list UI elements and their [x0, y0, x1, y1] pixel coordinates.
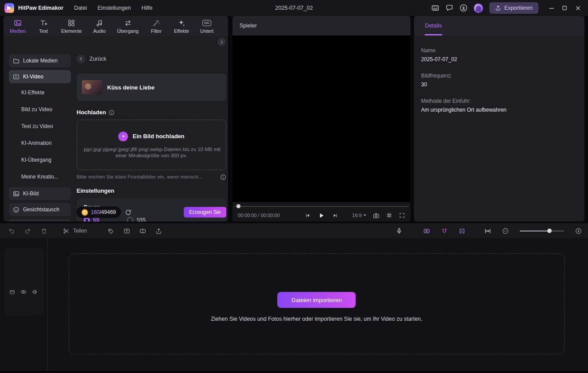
app-logo-icon — [4, 3, 14, 13]
timeline-dropzone[interactable]: Dateien importieren Ziehen Sie Videos un… — [69, 253, 565, 354]
sidebar-item-meine-kreationen[interactable]: Meine Kreatio... — [9, 170, 71, 183]
tab-text[interactable]: Text — [36, 19, 51, 34]
sidebar-item-ki-video[interactable]: KI-Video — [9, 70, 71, 83]
mute-speaker-icon[interactable] — [32, 289, 38, 295]
redo-icon[interactable] — [24, 227, 31, 234]
keyframe-icon[interactable] — [423, 228, 430, 234]
menu-datei[interactable]: Datei — [74, 5, 87, 11]
magnet-icon[interactable] — [441, 228, 448, 234]
credits-total: /49469 — [100, 209, 116, 215]
seek-knob[interactable] — [236, 204, 240, 208]
sidebar-item-text-zu-video[interactable]: Text zu Video — [9, 120, 71, 133]
tabs-more-chevron-icon[interactable] — [217, 38, 226, 46]
fit-timeline-icon[interactable] — [484, 228, 491, 234]
delete-trash-icon[interactable] — [41, 228, 47, 234]
time-display: 00:00:00 / 00:00:00 — [238, 213, 280, 218]
download-icon[interactable] — [460, 4, 468, 12]
back-button[interactable]: Zurück — [77, 54, 226, 64]
aspect-ratio-dropdown[interactable]: 16:9 — [352, 213, 366, 218]
subtitles-cc-icon: CC — [202, 20, 211, 26]
visibility-eye-icon[interactable] — [20, 289, 27, 295]
previous-frame-icon[interactable] — [305, 213, 311, 218]
coin-icon — [81, 209, 88, 216]
split-delete-icon[interactable] — [139, 228, 146, 234]
voiceover-mic-icon[interactable] — [396, 228, 402, 234]
seek-bar[interactable] — [234, 204, 409, 209]
sidebar-item-datensatz[interactable]: Datensatz — [9, 219, 71, 221]
sidebar-item-lokale-medien[interactable]: Lokale Medien — [9, 54, 71, 67]
template-card[interactable]: Küss deine Liebe — [77, 74, 226, 101]
media-sidebar: Lokale Medien KI-Video KI-Effekte Bild z… — [9, 54, 71, 221]
effects-sparkle-icon — [178, 19, 186, 27]
video-preview[interactable] — [232, 35, 410, 202]
chevron-down-icon — [364, 214, 366, 216]
frontal-note-row: Bitte reichen Sie klare Frontalbilder ei… — [77, 174, 226, 180]
titlebar-actions: Exportieren — [431, 0, 588, 16]
maximize-icon[interactable] — [558, 0, 571, 16]
player-panel: Spieler 00:00:00 / 00:00:00 16:9 — [232, 16, 410, 221]
sidebar-item-ki-bild[interactable]: KI-Bild — [9, 187, 71, 200]
timeline-toolbar-left: Teilen — [0, 227, 162, 234]
timeline-area: Dateien importieren Ziehen Sie Videos un… — [0, 238, 588, 370]
credits-used: 160 — [91, 209, 100, 215]
details-body: Name: 2025-07-07_02 Bildfrequenz: 30 Met… — [414, 35, 584, 115]
tab-medien[interactable]: Medien — [10, 19, 26, 34]
tab-details[interactable]: Details — [418, 16, 449, 35]
timeline-zoom-slider[interactable] — [520, 228, 564, 233]
sidebar-item-ki-animation[interactable]: KI-Animation — [9, 136, 71, 150]
safe-area-grid-icon[interactable] — [386, 212, 392, 218]
media-icon — [14, 19, 22, 27]
export-label: Exportieren — [504, 5, 533, 11]
info-icon[interactable] — [220, 174, 226, 180]
keyboard-shortcuts-icon[interactable] — [431, 4, 439, 12]
menu-einstellungen[interactable]: Einstellungen — [97, 5, 131, 11]
zoom-knob[interactable] — [547, 229, 552, 233]
export-button[interactable]: Exportieren — [489, 2, 538, 14]
details-panel: Details Name: 2025-07-07_02 Bildfrequenz… — [414, 16, 584, 221]
track-options-icon[interactable] — [9, 289, 15, 295]
export-clip-icon[interactable] — [155, 228, 162, 234]
tab-untertitel[interactable]: CC Untert — [199, 19, 214, 34]
seek-track[interactable] — [234, 206, 409, 207]
close-icon[interactable] — [571, 0, 584, 16]
sidebar-item-ki-effekte[interactable]: KI-Effekte — [9, 86, 71, 99]
menu-hilfe[interactable]: Hilfe — [141, 5, 152, 11]
tab-elemente[interactable]: Elemente — [61, 19, 81, 34]
info-icon[interactable] — [108, 109, 115, 116]
generate-button[interactable]: Erzeugen Sie — [184, 207, 226, 218]
tab-audio[interactable]: Audio — [92, 19, 107, 34]
sidebar-item-ki-uebergang[interactable]: KI-Übergang — [9, 153, 71, 167]
elements-grid-icon — [67, 19, 75, 27]
marker-tag-icon[interactable] — [108, 228, 114, 234]
feedback-chat-icon[interactable] — [445, 4, 453, 12]
fullscreen-icon[interactable] — [399, 212, 405, 218]
folder-icon — [13, 58, 19, 64]
minimize-icon[interactable] — [545, 0, 558, 16]
zoom-in-icon[interactable] — [575, 228, 582, 234]
zoom-out-icon[interactable] — [502, 228, 509, 234]
tab-filter[interactable]: Filter — [149, 19, 164, 34]
track-header-card — [4, 248, 43, 315]
user-avatar[interactable] — [474, 4, 483, 13]
split-button[interactable]: Teilen — [63, 228, 87, 234]
link-clips-icon[interactable] — [459, 228, 465, 234]
audio-note-icon — [96, 19, 104, 27]
import-files-button[interactable]: Dateien importieren — [277, 292, 356, 308]
sidebar-item-bild-zu-video[interactable]: Bild zu Video — [9, 103, 71, 116]
snapshot-camera-icon[interactable] — [373, 212, 379, 219]
text-plus-icon — [39, 19, 47, 27]
upload-filetypes-hint: .pjp/.jpg/.pjpeg/.jpeg/.jfif/.png/.webp-… — [82, 146, 220, 159]
template-thumbnail — [82, 80, 102, 94]
tab-effekte[interactable]: Effekte — [174, 19, 189, 34]
upload-dropzone[interactable]: Ein Bild hochladen .pjp/.jpg/.pjpeg/.jpe… — [77, 120, 226, 170]
player-view-controls: 16:9 — [352, 212, 405, 219]
tab-uebergang[interactable]: Übergang — [117, 19, 139, 34]
refresh-credits-icon[interactable] — [125, 209, 132, 216]
back-label: Zurück — [89, 56, 106, 62]
sidebar-item-gesichtstausch[interactable]: Gesichtstausch — [9, 203, 71, 216]
text-box-icon[interactable] — [124, 228, 130, 234]
track-header-column — [0, 238, 48, 370]
play-icon[interactable] — [318, 212, 325, 219]
next-frame-icon[interactable] — [333, 213, 338, 218]
undo-icon[interactable] — [8, 227, 15, 234]
